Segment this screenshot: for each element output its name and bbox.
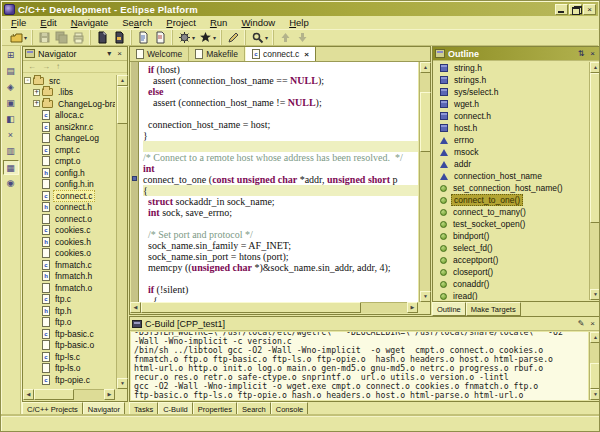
navigator-tree-item[interactable]: hfnmatch.h <box>24 271 115 283</box>
outline-item[interactable]: errno <box>434 134 588 146</box>
perspective-button-9[interactable]: ◉ <box>3 176 19 191</box>
outline-header[interactable]: Outline ⇅ × <box>433 47 600 61</box>
close-button[interactable]: × <box>583 4 596 15</box>
scroll-left-icon[interactable]: ◀ <box>23 389 34 400</box>
outline-item[interactable]: connect_to_one() <box>434 194 588 206</box>
sort-icon[interactable]: ⇅ <box>575 49 588 58</box>
dropdown-arrow-icon[interactable]: ▾ <box>192 34 195 41</box>
navigator-tree-item[interactable]: connect.o <box>24 213 115 225</box>
perspective-button-2[interactable]: ▤ <box>3 64 19 79</box>
close-icon[interactable]: × <box>587 319 598 328</box>
outline-item[interactable]: connect.h <box>434 110 588 122</box>
scroll-up-icon[interactable]: ▲ <box>590 62 600 73</box>
open-perspective-button[interactable]: ⊞ <box>3 48 19 63</box>
view-menu-icon[interactable]: ▾ <box>104 49 114 58</box>
perspective-button-4[interactable]: ▣ <box>3 96 19 111</box>
tab-console[interactable]: Console <box>271 402 309 416</box>
navigator-tree-item[interactable]: cftp.c <box>24 294 115 306</box>
editor-tab-welcome[interactable]: Welcome <box>130 47 189 61</box>
editor-vscrollbar[interactable]: ▲ ▼ <box>419 62 430 302</box>
navigator-tree-item[interactable]: cconnect.c <box>24 190 115 202</box>
navigator-tree-item[interactable]: hconfig.h <box>24 167 115 179</box>
tree-toggle-icon[interactable]: + <box>33 89 40 96</box>
dropdown-arrow-icon[interactable]: ▾ <box>213 34 216 41</box>
editor-hscrollbar[interactable]: ◀ ▶ <box>130 302 418 313</box>
scroll-down-icon[interactable]: ▼ <box>590 289 600 300</box>
outline-item[interactable]: test_socket_open() <box>434 218 588 230</box>
tab-make-targets[interactable]: Make Targets <box>466 302 521 316</box>
navigator-tree-item[interactable]: cmpt.o <box>24 156 115 168</box>
perspective-button-6[interactable]: × <box>3 128 19 143</box>
scroll-up-icon[interactable]: ▲ <box>420 62 431 73</box>
navigator-tree-item[interactable]: ftp-ls.o <box>24 363 115 375</box>
outline-item[interactable]: addr <box>434 158 588 170</box>
outline-item[interactable]: bindport() <box>434 230 588 242</box>
close-icon[interactable]: × <box>587 49 598 58</box>
navigator-tree-item[interactable]: +ChangeLog-bra <box>24 98 115 110</box>
outline-item[interactable]: select_fd() <box>434 242 588 254</box>
navigator-tree-item[interactable]: cftp-ls.c <box>24 351 115 363</box>
scroll-right-icon[interactable]: ▶ <box>104 389 115 400</box>
restore-button[interactable] <box>569 4 582 15</box>
outline-vscrollbar[interactable]: ▲ ▼ <box>589 62 600 300</box>
scroll-left-icon[interactable]: ◀ <box>130 302 141 313</box>
navigator-tree-item[interactable]: hftp.h <box>24 305 115 317</box>
navigator-tree-item[interactable]: cfnmatch.c <box>24 259 115 271</box>
outline-item[interactable]: msock <box>434 146 588 158</box>
editor-tab-connect-c[interactable]: cconnect.c× <box>245 47 316 61</box>
scroll-thumb[interactable] <box>590 73 600 223</box>
outline-item[interactable]: closeport() <box>434 266 588 278</box>
rebuild-project-button[interactable] <box>153 30 168 45</box>
tree-toggle-icon[interactable]: + <box>33 100 40 107</box>
scroll-up-icon[interactable]: ▲ <box>117 75 128 86</box>
navigator-tree-item[interactable]: cansi2knr.c <box>24 121 115 133</box>
outline-item[interactable]: strings.h <box>434 74 588 86</box>
scroll-thumb[interactable] <box>117 86 128 124</box>
navigator-tree-item[interactable]: ChangeLog <box>24 133 115 145</box>
console-header[interactable]: C-Build [CPP_test1] ✎ × <box>130 317 600 331</box>
scroll-down-icon[interactable]: ▼ <box>117 378 128 389</box>
navigator-tree-item[interactable]: hconnect.h <box>24 202 115 214</box>
editor-tab-makefile[interactable]: Makefile <box>189 47 245 61</box>
outline-item[interactable]: conaddr() <box>434 278 588 290</box>
console-vscrollbar[interactable]: ▲ ▼ <box>589 332 600 400</box>
navigator-header[interactable]: Navigator ▾ × <box>23 47 127 61</box>
navigator-tree-item[interactable]: ftp-basic.o <box>24 340 115 352</box>
function-marker-icon[interactable] <box>132 176 137 181</box>
tab-c-c-projects[interactable]: C/C++ Projects <box>22 402 83 416</box>
build-project-button[interactable] <box>136 30 151 45</box>
perspective-button-5[interactable]: ◧ <box>3 112 19 127</box>
external-tools-button[interactable]: ▾ <box>198 30 217 45</box>
tab-properties[interactable]: Properties <box>193 402 237 416</box>
console-output[interactable]: -DSYSTEM_WGETRC=\"/usr/local/etc/wgetrc\… <box>131 332 588 400</box>
new-wizard-button[interactable]: ▾ <box>9 30 28 45</box>
navigator-tree-item[interactable]: ccmpt.c <box>24 144 115 156</box>
minimize-button[interactable] <box>555 4 568 15</box>
outline-item[interactable]: string.h <box>434 62 588 74</box>
tab-navigator[interactable]: Navigator <box>83 402 125 416</box>
navigator-tree-item[interactable]: config.h.in <box>24 179 115 191</box>
close-icon[interactable]: × <box>304 50 309 59</box>
scroll-thumb[interactable] <box>590 363 600 389</box>
navigator-vscrollbar[interactable]: ▲ ▼ <box>116 75 127 389</box>
menu-item-run[interactable]: Run <box>203 17 234 28</box>
scroll-down-icon[interactable]: ▼ <box>590 389 600 400</box>
menu-item-help[interactable]: Help <box>282 17 316 28</box>
tree-toggle-icon[interactable]: - <box>24 77 31 84</box>
scroll-up-icon[interactable]: ▲ <box>590 332 600 343</box>
navigator-tree-item[interactable]: calloca.c <box>24 110 115 122</box>
navigator-tree-item[interactable]: -src <box>24 75 115 87</box>
outline-item[interactable]: connection_host_name <box>434 170 588 182</box>
code-area[interactable]: if (host) assert (connection_host_name =… <box>139 62 418 302</box>
perspective-button-7[interactable]: ▥ <box>3 144 19 159</box>
navigator-hscrollbar[interactable]: ◀ ▶ <box>23 389 115 400</box>
scroll-down-icon[interactable]: ▼ <box>420 291 431 302</box>
run-button[interactable]: ▾ <box>177 30 196 45</box>
outline-item[interactable]: sys/select.h <box>434 86 588 98</box>
outline-item[interactable]: connect_to_many() <box>434 206 588 218</box>
tab-search[interactable]: Search <box>237 402 271 416</box>
scroll-right-icon[interactable]: ▶ <box>407 302 418 313</box>
dropdown-arrow-icon[interactable]: ▾ <box>265 34 268 41</box>
outline-item[interactable]: acceptport() <box>434 254 588 266</box>
navigator-tree-item[interactable]: ftp.o <box>24 317 115 329</box>
